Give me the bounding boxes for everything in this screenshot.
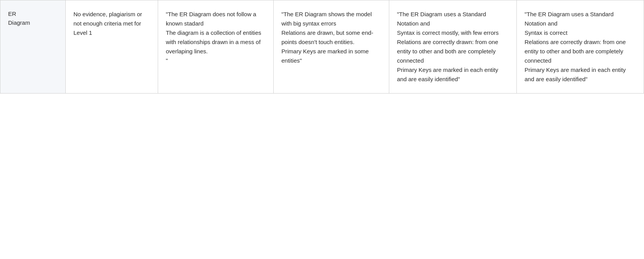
cell-text: "The ER Diagram shows the model with big… bbox=[281, 10, 381, 65]
rubric-table: ERDiagram No evidence, plagiarism or not… bbox=[0, 0, 644, 259]
table-row: ERDiagram No evidence, plagiarism or not… bbox=[0, 0, 644, 94]
cell-level-1: "The ER Diagram does not follow a known … bbox=[158, 0, 274, 93]
row-label: ERDiagram bbox=[0, 0, 66, 93]
cell-level-3: "The ER Diagram uses a Standard Notation… bbox=[389, 0, 517, 93]
cell-text: "The ER Diagram uses a Standard Notation… bbox=[397, 10, 509, 84]
cell-text: No evidence, plagiarism or not enough cr… bbox=[73, 10, 150, 37]
cell-text: "The ER Diagram uses a Standard Notation… bbox=[525, 10, 636, 84]
cell-text: "The ER Diagram does not follow a known … bbox=[166, 10, 266, 65]
cell-level-4: "The ER Diagram uses a Standard Notation… bbox=[517, 0, 644, 93]
cell-level-2: "The ER Diagram shows the model with big… bbox=[274, 0, 389, 93]
er-diagram-label: ERDiagram bbox=[8, 10, 58, 27]
cell-level-0: No evidence, plagiarism or not enough cr… bbox=[66, 0, 158, 93]
